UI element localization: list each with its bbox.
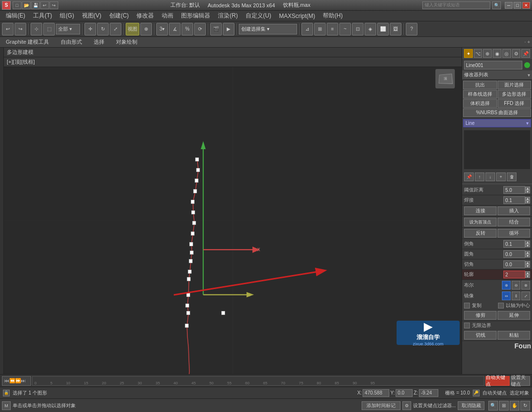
- btn-连接[interactable]: 连接: [464, 206, 497, 215]
- btn-nurbs[interactable]: %NURBS 曲面选择: [463, 108, 531, 117]
- map-btn[interactable]: ⬜: [377, 23, 389, 35]
- hierarchy-icon[interactable]: ⊕: [483, 49, 492, 58]
- key-icon[interactable]: 🔑: [473, 390, 480, 396]
- btn-循环[interactable]: 循环: [498, 229, 530, 238]
- add-modifier-icon[interactable]: +: [496, 172, 506, 181]
- btn-延伸[interactable]: 延伸: [498, 311, 530, 320]
- select-btn[interactable]: ⊹: [31, 23, 42, 35]
- spindown-轮廓[interactable]: ▼: [525, 275, 530, 278]
- delete-modifier-icon[interactable]: 🗑: [507, 172, 516, 181]
- redo-btn[interactable]: ↪: [15, 23, 26, 35]
- pan-nav[interactable]: ✋: [510, 401, 519, 411]
- motion-icon[interactable]: ◉: [493, 49, 501, 58]
- snap-toggle[interactable]: 3▾: [156, 23, 168, 35]
- undo-icon[interactable]: ↩: [40, 1, 49, 9]
- bool-intersect-icon[interactable]: ⊗: [521, 281, 530, 290]
- time-marker-btn[interactable]: 添加时间标记: [362, 401, 400, 410]
- freeform-tab[interactable]: 自由形式: [57, 38, 86, 46]
- menu-edit[interactable]: 编辑(E): [2, 11, 29, 21]
- mirror-horiz-icon[interactable]: ⇔: [502, 292, 511, 300]
- btn-修剪[interactable]: 修剪: [464, 311, 497, 320]
- cancel-hide-btn[interactable]: 取消隐藏: [458, 401, 484, 410]
- menu-render[interactable]: 渲染(R): [214, 11, 242, 21]
- filter-icon[interactable]: ⚙: [402, 401, 411, 410]
- align-btn[interactable]: ⊞: [314, 23, 326, 35]
- utilities-icon[interactable]: ⚙: [512, 49, 521, 58]
- btn-粘贴[interactable]: 粘贴: [498, 331, 530, 340]
- menu-tools[interactable]: 工具(T): [29, 11, 56, 21]
- setkey-button[interactable]: 设置关键点: [511, 376, 530, 386]
- move-btn[interactable]: ✛: [84, 23, 96, 35]
- viewport-area[interactable]: 顶: [4, 67, 462, 374]
- redo-icon[interactable]: ↪: [50, 1, 58, 9]
- btn-样条线选择[interactable]: 样条线选择: [463, 90, 497, 99]
- select-dropdown[interactable]: 全部 ▾: [56, 24, 80, 34]
- z-field[interactable]: -9.24: [419, 389, 438, 397]
- undo-btn[interactable]: ↩: [2, 23, 14, 35]
- menu-create[interactable]: 创建(C): [105, 11, 133, 21]
- create-icon[interactable]: ✦: [464, 49, 473, 58]
- menu-group[interactable]: 组(G): [56, 11, 78, 21]
- modifier-list-dropdown[interactable]: 修改器列表 ▾: [462, 70, 532, 80]
- line-modifier-entry[interactable]: Line ▾: [463, 119, 531, 127]
- field-焊接[interactable]: 0.1: [503, 196, 525, 204]
- mirror-diag-icon[interactable]: ⤢: [521, 292, 530, 300]
- search-input[interactable]: 键入关键字或短语: [422, 1, 490, 9]
- menu-help[interactable]: 帮助(H): [319, 11, 347, 21]
- bool-subtract-icon[interactable]: ⊖: [512, 281, 520, 290]
- curve-btn[interactable]: ~: [339, 23, 351, 35]
- menu-view[interactable]: 视图(V): [78, 11, 105, 21]
- new-icon[interactable]: □: [13, 1, 21, 9]
- field-阈值距离[interactable]: 5.0: [503, 186, 525, 194]
- move-modifier-icon[interactable]: ↑: [475, 172, 484, 181]
- menu-custom[interactable]: 自定义(U): [242, 11, 275, 21]
- checkbox-以轴为中心[interactable]: [498, 303, 504, 309]
- bool-union-icon[interactable]: ⊕: [502, 281, 511, 290]
- btn-面片选择[interactable]: 面片选择: [498, 81, 532, 89]
- select-region-btn[interactable]: ⬚: [43, 23, 55, 35]
- display-icon[interactable]: ◎: [502, 49, 511, 58]
- modify-icon[interactable]: ⌥: [474, 49, 482, 58]
- keyframe-controls[interactable]: ⏮⏪⏩⏭: [2, 376, 31, 386]
- search-icon[interactable]: 🔍: [492, 1, 501, 9]
- scale-btn[interactable]: ⤢: [110, 23, 121, 35]
- btn-插入[interactable]: 插入: [498, 206, 530, 215]
- material-btn[interactable]: ◈: [365, 23, 376, 35]
- render-btn[interactable]: ▶: [223, 23, 234, 35]
- pin-modifier-icon[interactable]: 📌: [464, 172, 474, 181]
- spinner-snap[interactable]: ⟳: [194, 23, 206, 35]
- minimize-button[interactable]: ─: [505, 2, 513, 9]
- render-frame-btn[interactable]: 🖼: [390, 23, 401, 35]
- btn-体积选择[interactable]: 体积选择: [463, 99, 497, 108]
- btn-切线[interactable]: 切线: [464, 331, 497, 340]
- checkbox-复制[interactable]: [464, 303, 470, 309]
- menu-grapheditor[interactable]: 图形编辑器: [177, 11, 214, 21]
- paint-tab[interactable]: 对象绘制: [112, 38, 141, 46]
- save-icon[interactable]: 💾: [31, 1, 40, 9]
- field-切角[interactable]: 0.0: [503, 260, 525, 268]
- menu-animation[interactable]: 动画: [158, 11, 177, 21]
- spinup-焊接[interactable]: ▲: [525, 197, 530, 200]
- spinup-切角[interactable]: ▲: [525, 261, 530, 264]
- select-tab[interactable]: 选择: [90, 38, 108, 46]
- btn-多边形选择[interactable]: 多边形选择: [498, 90, 532, 99]
- spinup-圆角[interactable]: ▲: [525, 251, 530, 254]
- autokey-button[interactable]: 自动关键点: [485, 376, 510, 386]
- layer-btn[interactable]: ≡: [327, 23, 338, 35]
- orbit-nav[interactable]: ↻: [520, 401, 530, 411]
- spindown-焊接[interactable]: ▼: [525, 200, 530, 204]
- angle-snap[interactable]: ∡: [169, 23, 181, 35]
- field-倒角[interactable]: 0.1: [503, 240, 525, 248]
- pin-icon[interactable]: 📌: [521, 49, 530, 58]
- named-selection-dropdown[interactable]: 创建选择集 ▾: [239, 24, 297, 34]
- color-swatch[interactable]: [524, 62, 530, 68]
- restore-button[interactable]: □: [514, 2, 521, 9]
- zoom-all-nav[interactable]: ⊞: [499, 401, 509, 411]
- btn-拔出[interactable]: 抗出: [463, 81, 497, 89]
- render-setup[interactable]: 🎬: [210, 23, 222, 35]
- btn-ffd选择[interactable]: FFD 选择: [498, 99, 532, 108]
- object-name-input[interactable]: Line001: [464, 61, 522, 69]
- down-modifier-icon[interactable]: ↓: [485, 172, 495, 181]
- percent-snap[interactable]: %: [182, 23, 193, 35]
- mirror-vert-icon[interactable]: ⇕: [512, 292, 520, 300]
